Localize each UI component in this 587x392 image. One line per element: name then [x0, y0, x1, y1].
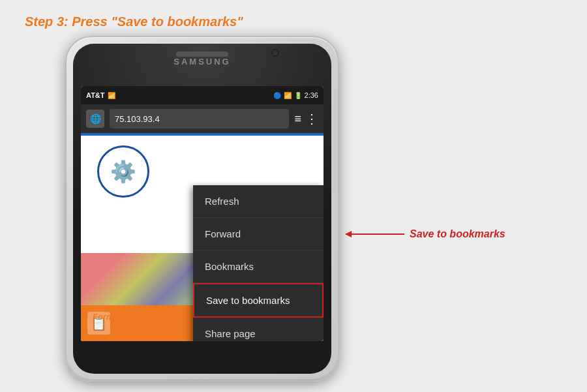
- forward-label: Forward: [205, 228, 241, 239]
- arrowhead: [345, 231, 352, 237]
- toolbar-actions: ≡ ⋮: [294, 111, 318, 127]
- status-left: AT&T 📶: [86, 91, 115, 99]
- browser-tab-icon[interactable]: 🌐: [86, 110, 104, 128]
- tab-icon: 🌐: [90, 113, 101, 124]
- logo-circle: ⚙️: [97, 145, 149, 198]
- share-page-label: Share page: [205, 328, 256, 339]
- bluetooth-icon: 🔵: [273, 92, 281, 99]
- bookmarks-label: Bookmarks: [205, 261, 254, 272]
- menu-item-refresh[interactable]: Refresh: [193, 185, 324, 218]
- status-bar: AT&T 📶 🔵 📶 🔋 2:36: [81, 86, 324, 104]
- logo-icon: ⚙️: [110, 159, 136, 184]
- save-to-bookmarks-label: Save to bookmarks: [206, 295, 290, 306]
- phone-screen: AT&T 📶 🔵 📶 🔋 2:36 🌐 75.103.93.4: [81, 86, 324, 341]
- phone-brand: SAMSUNG: [173, 57, 230, 67]
- menu-item-forward[interactable]: Forward: [193, 218, 324, 250]
- battery-icon: 🔋: [294, 92, 302, 99]
- page-container: Step 3: Press "Save to bookmarks" SAMSUN…: [0, 0, 587, 392]
- speaker-grille: [176, 52, 228, 57]
- carrier-text: AT&T: [86, 91, 105, 99]
- step-label: Step 3: Press "Save to bookmarks": [25, 14, 243, 29]
- web-content: ⚙️ 📋 Forms Refresh Forward: [81, 136, 324, 341]
- camera-dot: [271, 49, 279, 57]
- url-bar[interactable]: 75.103.93.4: [110, 109, 289, 128]
- time-display: 2:36: [305, 91, 318, 99]
- browser-toolbar: 🌐 75.103.93.4 ≡ ⋮: [81, 104, 324, 133]
- signal-icon: 📶: [108, 92, 115, 99]
- dropdown-menu: Refresh Forward Bookmarks Save to bookma…: [193, 185, 324, 341]
- hamburger-button[interactable]: ≡: [294, 112, 301, 126]
- forms-label: Forms: [93, 312, 119, 322]
- phone-shell: SAMSUNG AT&T 📶 🔵 📶 🔋 2:36 🌐: [65, 36, 339, 382]
- menu-item-bookmarks[interactable]: Bookmarks: [193, 250, 324, 283]
- annotation-container: Save to bookmarks: [346, 228, 505, 240]
- status-right: 🔵 📶 🔋 2:36: [273, 91, 318, 99]
- arrow-line: [346, 234, 404, 235]
- menu-item-save-to-bookmarks[interactable]: Save to bookmarks: [193, 283, 324, 318]
- menu-item-share-page[interactable]: Share page: [193, 318, 324, 341]
- annotation-text: Save to bookmarks: [410, 228, 505, 240]
- refresh-label: Refresh: [205, 196, 239, 207]
- more-options-button[interactable]: ⋮: [305, 111, 318, 127]
- url-text: 75.103.93.4: [115, 114, 160, 124]
- wifi-icon: 📶: [284, 92, 292, 99]
